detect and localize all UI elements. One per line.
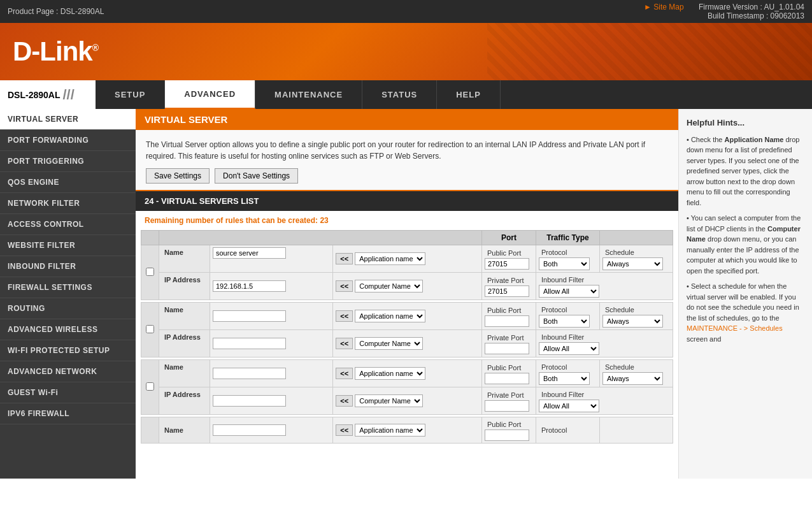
row3-public-port-input[interactable] <box>485 373 529 384</box>
save-settings-button[interactable]: Save Settings <box>146 168 210 184</box>
row1-schedule-label: Schedule <box>602 247 670 257</box>
row3-ip-input[interactable] <box>213 395 286 407</box>
sidebar-item-network-filter[interactable]: NETWORK FILTER <box>0 193 136 214</box>
row3-name-label: Name <box>162 362 207 372</box>
row1-app-select[interactable]: Application name <box>355 252 425 265</box>
row4-public-port-label: Public Port <box>485 419 533 430</box>
device-slashes: /// <box>62 87 74 103</box>
help-hint-2: • You can select a computer from the lis… <box>687 213 804 276</box>
row2-schedule-select[interactable]: Always <box>602 315 663 328</box>
row2-app-arrow-btn[interactable]: << <box>336 310 353 322</box>
row4-schedule-label <box>602 429 670 431</box>
row3-checkbox[interactable] <box>146 382 154 391</box>
tab-advanced[interactable]: ADVANCED <box>165 80 255 109</box>
top-bar: Product Page : DSL-2890AL ► Site Map Fir… <box>0 0 812 23</box>
row1-schedule-select[interactable]: Always <box>602 257 663 270</box>
row3-name-input[interactable] <box>213 368 286 379</box>
device-name: DSL-2890AL <box>8 90 60 100</box>
tab-maintenance[interactable]: MAINTENANCE <box>255 80 362 109</box>
row1-inbound-label: Inbound Filter <box>539 275 670 285</box>
sidebar-item-guest-wifi[interactable]: GUEST Wi-Fi <box>0 382 136 403</box>
row1-public-port-input[interactable] <box>485 258 529 270</box>
row2-protocol-label: Protocol <box>539 305 597 315</box>
row2-public-port-input[interactable] <box>485 315 529 327</box>
row3-ip-label: IP Address <box>162 389 207 400</box>
sidebar-item-qos-engine[interactable]: QOS ENGINE <box>0 172 136 193</box>
row1-name-input[interactable] <box>213 247 286 259</box>
row2-inbound-select[interactable]: Allow All <box>539 342 599 355</box>
maintenance-schedules-link[interactable]: MAINTENANCE - > Schedules <box>687 324 783 332</box>
row1-name-label: Name <box>162 247 207 257</box>
row3-comp-select[interactable]: Computer Name <box>355 394 423 407</box>
row1-checkbox[interactable] <box>146 268 154 276</box>
table-row-ip1: IP Address << Computer Name Priva <box>141 273 673 300</box>
sitemap-link[interactable]: ► Site Map <box>644 3 686 11</box>
row2-checkbox[interactable] <box>146 325 154 333</box>
sidebar-item-advanced-wireless[interactable]: ADVANCED WIRELESS <box>0 319 136 340</box>
content-area: VIRTUAL SERVER The Virtual Server option… <box>136 109 678 479</box>
row1-comp-arrow-btn[interactable]: << <box>336 280 353 292</box>
sidebar-item-inbound-filter[interactable]: INBOUND FILTER <box>0 256 136 277</box>
row2-comp-arrow-btn[interactable]: << <box>336 338 353 349</box>
row2-public-port-label: Public Port <box>485 305 533 315</box>
table-row-4-partial: Name << Application name Public P <box>141 417 673 444</box>
row2-protocol-select[interactable]: Both TCP UDP <box>539 315 590 328</box>
row1-public-port-label: Public Port <box>485 248 533 258</box>
row4-name-input[interactable] <box>213 424 286 436</box>
sidebar-item-port-triggering[interactable]: PORT TRIGGERING <box>0 151 136 172</box>
sidebar-item-ipv6-firewall[interactable]: IPV6 FIREWALL <box>0 403 136 424</box>
virtual-servers-table-wrapper: Port Traffic Type Name <box>136 230 678 444</box>
row3-protocol-label: Protocol <box>539 362 597 372</box>
tab-setup[interactable]: SETUP <box>96 80 165 109</box>
sidebar-item-access-control[interactable]: ACCESS CONTROL <box>0 214 136 235</box>
row3-schedule-select[interactable]: Always <box>602 372 663 385</box>
firmware-label: Firmware Version : AU_1.01.04 <box>699 3 804 11</box>
row3-inbound-select[interactable]: Allow All <box>539 400 599 412</box>
row1-private-port-label: Private Port <box>485 275 533 285</box>
product-label: Product Page : DSL-2890AL <box>8 7 104 16</box>
row1-app-arrow-btn[interactable]: << <box>336 253 353 264</box>
table-row-ip2: IP Address << Computer Name Priva <box>141 330 673 357</box>
page-title: VIRTUAL SERVER <box>145 114 227 125</box>
table-row-2: Name << Application name Public P <box>141 303 673 330</box>
sidebar-item-wps[interactable]: WI-FI PROTECTED SETUP <box>0 340 136 361</box>
row4-app-arrow-btn[interactable]: << <box>336 424 353 436</box>
sidebar-item-virtual-server[interactable]: VIRTUAL SERVER <box>0 109 136 130</box>
sidebar-item-routing[interactable]: ROUTING <box>0 298 136 319</box>
row3-comp-arrow-btn[interactable]: << <box>336 395 353 407</box>
row3-schedule-label: Schedule <box>602 362 670 372</box>
port-header: Port <box>482 231 536 245</box>
sidebar-item-port-forwarding[interactable]: PORT FORWARDING <box>0 130 136 151</box>
row1-ip-label: IP Address <box>162 275 207 285</box>
sidebar-item-website-filter[interactable]: WEBSITE FILTER <box>0 235 136 256</box>
row1-protocol-select[interactable]: Both TCP UDP <box>539 257 590 270</box>
row1-comp-select[interactable]: Computer Name <box>355 280 423 292</box>
sidebar-item-firewall-settings[interactable]: FIREWALL SETTINGS <box>0 277 136 298</box>
tab-status[interactable]: STATUS <box>362 80 437 109</box>
row3-private-port-input[interactable] <box>485 400 529 412</box>
tab-help[interactable]: HELP <box>437 80 501 109</box>
row2-name-label: Name <box>162 305 207 315</box>
row1-inbound-select[interactable]: Allow All <box>539 285 599 298</box>
row3-app-arrow-btn[interactable]: << <box>336 368 353 379</box>
row2-name-input[interactable] <box>213 310 286 322</box>
row4-app-select[interactable]: Application name <box>355 424 425 437</box>
row1-ip-input[interactable] <box>213 280 286 292</box>
row2-ip-input[interactable] <box>213 338 286 349</box>
row3-inbound-label: Inbound Filter <box>539 389 670 400</box>
row2-private-port-input[interactable] <box>485 343 529 354</box>
sidebar-item-advanced-network[interactable]: ADVANCED NETWORK <box>0 361 136 382</box>
nav-bar: DSL-2890AL /// SETUP ADVANCED MAINTENANC… <box>0 80 812 109</box>
row2-private-port-label: Private Port <box>485 333 533 343</box>
row2-comp-select[interactable]: Computer Name <box>355 337 423 350</box>
row3-app-select[interactable]: Application name <box>355 367 425 380</box>
row3-protocol-select[interactable]: Both TCP UDP <box>539 372 590 385</box>
help-hint-1: • Check the Application Name drop down m… <box>687 134 804 208</box>
table-row-ip3: IP Address << Computer Name Priva <box>141 387 673 415</box>
page-title-bar: VIRTUAL SERVER <box>136 109 678 130</box>
row1-private-port-input[interactable] <box>485 285 529 297</box>
row2-app-select[interactable]: Application name <box>355 310 425 322</box>
traffic-type-header: Traffic Type <box>536 231 600 245</box>
row4-public-port-input[interactable] <box>485 430 529 441</box>
dont-save-settings-button[interactable]: Don't Save Settings <box>215 168 298 184</box>
